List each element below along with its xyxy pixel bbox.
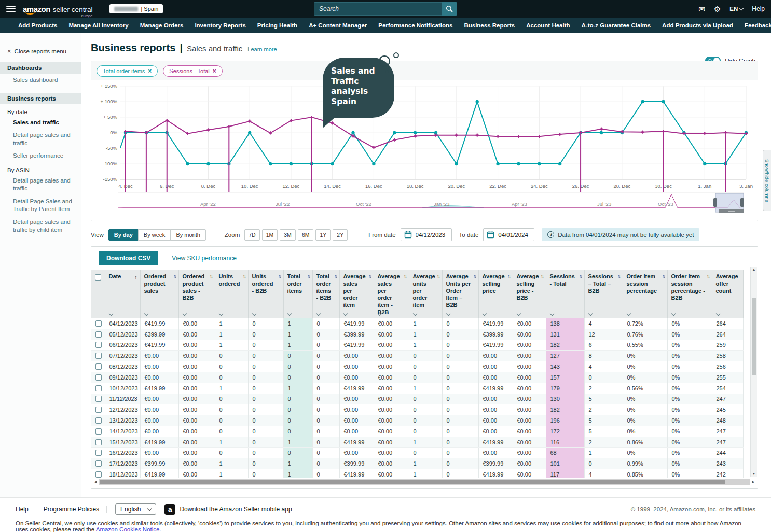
- learn-more-link[interactable]: Learn more: [247, 46, 277, 52]
- scroll-right-icon[interactable]: ►: [750, 480, 756, 484]
- column-header-average-offer-count[interactable]: Average offer count: [712, 270, 743, 318]
- row-checkbox[interactable]: [95, 471, 102, 478]
- filter-chevron-icon[interactable]: [671, 311, 675, 315]
- filter-chevron-icon[interactable]: [182, 311, 186, 315]
- row-checkbox[interactable]: [95, 407, 102, 413]
- filter-chevron-icon[interactable]: [446, 311, 450, 315]
- to-date-input[interactable]: [494, 232, 533, 238]
- sidebar-item-detail-page-sales-and-traffic[interactable]: Detail page sales and traffic: [0, 174, 81, 195]
- column-header-date[interactable]: Date↑: [105, 270, 140, 318]
- help-link[interactable]: Help: [752, 5, 765, 12]
- zoom-6m[interactable]: 6M: [298, 229, 314, 241]
- sort-icon[interactable]: ↑↓: [707, 274, 709, 302]
- row-checkbox[interactable]: [95, 439, 102, 445]
- search-button[interactable]: [442, 2, 457, 16]
- language-switcher[interactable]: EN: [729, 6, 743, 12]
- cookie-notice-link[interactable]: Amazon Cookies Notice.: [96, 526, 161, 532]
- filter-chevron-icon[interactable]: [218, 311, 223, 315]
- sort-icon[interactable]: ↑↓: [579, 274, 582, 288]
- filter-chevron-icon[interactable]: [412, 311, 417, 315]
- sidebar-item-detail-page-sales-and-traffic-by-child-item[interactable]: Detail page sales and traffic by child i…: [0, 216, 81, 236]
- row-checkbox[interactable]: [95, 417, 102, 424]
- sidebar-item-detail-page-sales-and-traffic-by-parent-item[interactable]: Detail Page Sales and Traffic by Parent …: [0, 195, 81, 216]
- row-checkbox[interactable]: [95, 450, 102, 456]
- navigator-handle-left[interactable]: [713, 198, 717, 207]
- nav-item-pricing-health[interactable]: Pricing Health: [252, 22, 303, 29]
- column-header-average-sales-per-order-item[interactable]: Average sales per order item↑↓: [339, 270, 374, 318]
- settings-gear-icon[interactable]: ⚙: [714, 5, 721, 13]
- sort-icon[interactable]: ↑↓: [541, 274, 543, 302]
- sort-icon[interactable]: ↑↓: [437, 274, 439, 309]
- scroll-up-icon[interactable]: ▲: [751, 267, 757, 273]
- hscroll-thumb[interactable]: [100, 480, 725, 484]
- sort-asc-icon[interactable]: ↑: [134, 274, 137, 281]
- row-checkbox[interactable]: [95, 460, 102, 467]
- close-reports-menu[interactable]: × Close reports menu: [0, 47, 81, 55]
- vertical-scrollbar[interactable]: ▲ ▼: [750, 267, 757, 477]
- column-header-order-item-session-percentage-b2b[interactable]: Order item session percentage - B2B↑↓: [667, 270, 712, 318]
- nav-item-add-products-via-upload[interactable]: Add Products via Upload: [656, 22, 739, 29]
- from-date-input[interactable]: [412, 232, 450, 238]
- nav-item-account-health[interactable]: Account Health: [520, 22, 575, 29]
- footer-policies-link[interactable]: Programme Policies: [36, 506, 107, 513]
- row-checkbox[interactable]: [95, 385, 102, 391]
- nav-item-manage-all-inventory[interactable]: Manage All Inventory: [63, 22, 134, 29]
- zoom-7d[interactable]: 7D: [244, 229, 259, 241]
- view-by-month[interactable]: By month: [170, 229, 205, 241]
- sort-icon[interactable]: ↑↓: [278, 274, 281, 295]
- filter-chevron-icon[interactable]: [144, 311, 148, 315]
- column-header-average-units-per-order-item[interactable]: Average units per order item↑↓: [409, 270, 442, 318]
- sort-icon[interactable]: ↑↓: [173, 274, 176, 295]
- horizontal-scrollbar[interactable]: ◄ ►: [92, 479, 756, 485]
- language-select[interactable]: English: [115, 503, 156, 515]
- sort-icon[interactable]: ↑↓: [404, 274, 406, 316]
- vscroll-thumb[interactable]: [752, 298, 756, 375]
- sort-icon[interactable]: ↑↓: [334, 274, 337, 302]
- zoom-2y[interactable]: 2Y: [333, 229, 348, 241]
- column-header-ordered-product-sales[interactable]: Ordered product sales↑↓: [140, 270, 178, 318]
- sidebar-item-seller-performance[interactable]: Seller performance: [0, 149, 81, 162]
- sort-icon[interactable]: ↑↓: [307, 274, 310, 295]
- sort-icon[interactable]: ↑↓: [473, 274, 476, 309]
- chip-remove-icon[interactable]: ×: [213, 67, 216, 75]
- filter-chevron-icon[interactable]: [287, 311, 291, 315]
- messages-icon[interactable]: ✉: [698, 5, 705, 13]
- filter-chevron-icon[interactable]: [108, 311, 113, 315]
- search-input[interactable]: [314, 2, 442, 16]
- sidebar-item-sales-dashboard[interactable]: Sales dashboard: [0, 74, 81, 87]
- row-checkbox[interactable]: [95, 320, 102, 327]
- nav-item-manage-orders[interactable]: Manage Orders: [134, 22, 189, 29]
- column-header-units-ordered[interactable]: Units ordered↑↓: [215, 270, 248, 318]
- sort-icon[interactable]: ↑↓: [662, 274, 665, 295]
- column-header-total-order-items[interactable]: Total order items↑↓: [283, 270, 312, 318]
- hamburger-menu-icon[interactable]: [6, 6, 16, 12]
- column-header-average-units-per-order-item-b2b[interactable]: Average Units per Order Item – B2B↑↓: [442, 270, 478, 318]
- nav-item-performance-notifications[interactable]: Performance Notifications: [373, 22, 458, 29]
- timeline-navigator[interactable]: Apr '22Jul '22Oct '22Jan '23Apr '23Jul '…: [118, 192, 751, 216]
- zoom-3m[interactable]: 3M: [280, 229, 296, 241]
- sidebar-item-sales-and-traffic[interactable]: Sales and traffic: [0, 116, 81, 129]
- filter-chevron-icon[interactable]: [626, 311, 630, 315]
- show-hide-columns-tab[interactable]: Show/hide columns: [763, 150, 771, 211]
- metric-chip-sessions-total[interactable]: Sessions - Total×: [163, 65, 222, 77]
- nav-item-add-products[interactable]: Add Products: [12, 22, 63, 29]
- download-app-link[interactable]: Download the Amazon Seller mobile app: [180, 506, 292, 513]
- row-checkbox[interactable]: [95, 396, 102, 402]
- nav-item-a-content-manager[interactable]: A+ Content Manager: [303, 22, 373, 29]
- calendar-icon[interactable]: [404, 231, 412, 239]
- view-by-day[interactable]: By day: [108, 229, 139, 241]
- nav-item-feedback-manager[interactable]: Feedback Manager: [739, 22, 771, 29]
- sort-icon[interactable]: ↑↓: [368, 274, 371, 309]
- select-all-checkbox[interactable]: [95, 274, 101, 281]
- footer-help-link[interactable]: Help: [16, 506, 36, 513]
- column-header-sessions-total-b2b[interactable]: Sessions – Total – B2B↑↓: [584, 270, 623, 318]
- zoom-1y[interactable]: 1Y: [315, 229, 331, 241]
- nav-item-business-reports[interactable]: Business Reports: [458, 22, 520, 29]
- chip-remove-icon[interactable]: ×: [148, 67, 152, 75]
- sort-icon[interactable]: ↑↓: [210, 274, 212, 302]
- download-csv-button[interactable]: Download CSV: [99, 251, 158, 265]
- sidebar-item-detail-page-sales-and-traffic[interactable]: Detail page sales and traffic: [0, 129, 81, 149]
- row-checkbox[interactable]: [95, 363, 102, 370]
- sort-icon[interactable]: ↑↓: [243, 274, 245, 288]
- sort-icon[interactable]: ↑↓: [617, 274, 620, 295]
